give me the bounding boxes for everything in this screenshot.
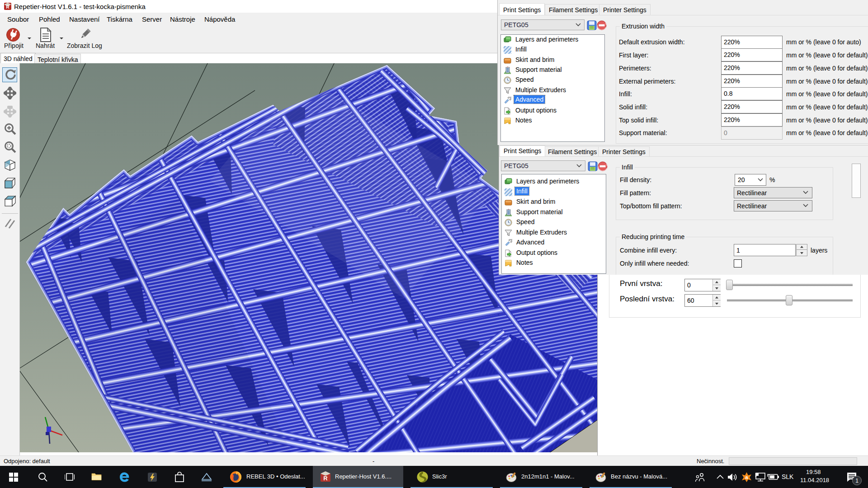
svg-text:R: R [323, 475, 328, 482]
svg-text:a: a [745, 474, 748, 480]
svg-text:R: R [6, 5, 9, 9]
